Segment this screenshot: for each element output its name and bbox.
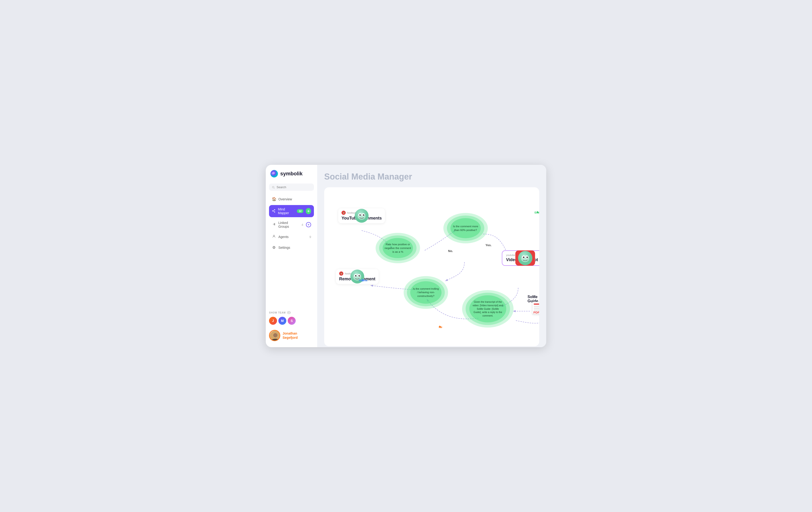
logo-icon (270, 170, 279, 178)
agents-icon (272, 234, 276, 239)
mind-mapper-label: Mind Mapper (278, 207, 294, 215)
sidebar: symbolik 🏠 Overview Mind Mapper 32 + (266, 165, 317, 347)
process2-container[interactable]: Is the comment more than 60% positive? (443, 213, 488, 244)
show-team-section: SHOW TEAM J M S Jonathan Segefjord (269, 307, 314, 342)
linked-groups-icon (272, 222, 276, 227)
add-linked-group-button[interactable] (306, 222, 311, 227)
show-team-label[interactable]: SHOW TEAM (269, 311, 314, 314)
svg-line-8 (273, 210, 274, 211)
remove-comment-title: Remove comment (339, 277, 375, 282)
svg-point-4 (274, 209, 275, 210)
hootsuite-domain: hootsuite.com (347, 211, 363, 214)
me-cursor: Me (439, 325, 442, 329)
remove-comment-node[interactable]: 🦉 hootsuite.com Remove comment (336, 269, 379, 284)
current-user-name: Jonathan Segefjord (283, 331, 298, 340)
team-avatar-1[interactable]: J (269, 317, 277, 325)
mind-mapper-badge: 32 (297, 209, 303, 213)
process3-container[interactable]: Given the transcript of the video: [Vide… (462, 290, 514, 328)
linked-groups-count: 4 (301, 223, 303, 227)
youtube-domain: youtube.com (506, 254, 521, 256)
svg-point-15 (273, 333, 278, 337)
svg-rect-36 (534, 304, 539, 305)
svg-point-6 (274, 211, 275, 212)
settings-icon: ⚙ (272, 245, 276, 250)
process1-container[interactable]: Rate how positive or negative the commen… (376, 233, 420, 263)
main-content: Social Media Manager (317, 165, 546, 347)
overview-label: Overview (279, 197, 292, 201)
app-name: symbolik (280, 171, 302, 177)
svg-line-3 (274, 188, 274, 189)
me-label: Me (439, 326, 442, 329)
emily-label: Emily (534, 211, 539, 214)
agents-label: Agents (279, 235, 289, 239)
video-transcript-card[interactable]: youtube.com Video transcript (502, 250, 539, 266)
process3-text: Given the transcript of the video: [Vide… (469, 295, 506, 322)
home-icon: 🏠 (272, 197, 276, 201)
emily-cursor: Emily (534, 211, 539, 214)
sophia-cursor: Sophia (359, 279, 368, 282)
youtube-comments-node[interactable]: 🦉 hootsuite.com YouTube Comments (338, 208, 385, 223)
youtube-comments-card[interactable]: 🦉 hootsuite.com YouTube Comments (338, 208, 385, 223)
user-photo (270, 331, 280, 341)
current-user: Jonathan Segefjord (269, 329, 314, 342)
hootsuite-icon: 🦉 (342, 211, 346, 215)
video-transcript-title: Video transcript (506, 257, 539, 262)
agents-count: 9 (310, 235, 311, 239)
no-label: No. (448, 249, 453, 253)
current-user-avatar (269, 330, 280, 341)
app-container: symbolik 🏠 Overview Mind Mapper 32 + (266, 165, 546, 347)
sidebar-item-agents[interactable]: Agents 9 (269, 232, 314, 241)
svg-point-13 (288, 312, 289, 313)
process2-text: Is the comment more than 60% positive? (451, 218, 481, 238)
svg-rect-38 (534, 308, 539, 308)
youtube-comments-title: YouTube Comments (342, 216, 382, 221)
sidebar-item-overview[interactable]: 🏠 Overview (269, 195, 314, 204)
mind-map-canvas[interactable]: 🦉 hootsuite.com YouTube Comments (324, 187, 539, 346)
process4-text: Is the comment trolling / behaving non-c… (410, 281, 441, 304)
svg-rect-39 (534, 310, 539, 311)
team-avatar-3[interactable]: S (288, 317, 296, 325)
process4-container[interactable]: Is the comment trolling / behaving non-c… (404, 276, 448, 309)
add-mind-map-button[interactable]: + (306, 208, 311, 214)
linked-groups-label: Linked Groups (279, 221, 299, 228)
svg-line-7 (273, 211, 274, 212)
sidebar-item-settings[interactable]: ⚙ Settings (269, 243, 314, 252)
search-box[interactable] (269, 183, 314, 191)
settings-label: Settings (279, 246, 290, 250)
yes-label: Yes. (486, 244, 492, 247)
share-icon (272, 209, 276, 214)
process1-text: Rate how positive or negative the commen… (383, 238, 413, 258)
svg-rect-35 (532, 302, 539, 314)
sidebar-item-linked-groups[interactable]: Linked Groups 4 (269, 219, 314, 231)
search-icon (272, 186, 274, 189)
eye-icon (287, 311, 291, 314)
svg-point-12 (273, 235, 274, 236)
video-transcript-node[interactable]: youtube.com Video transcript (502, 250, 539, 266)
hootsuite-domain-2: hootsuite.com (345, 272, 361, 275)
page-title: Social Media Manager (324, 172, 539, 182)
sophia-label: Sophia (359, 279, 368, 282)
pdf-file-icon: PDF (532, 302, 539, 314)
hootsuite-icon-2: 🦉 (339, 272, 343, 276)
svg-point-5 (272, 210, 273, 211)
pdf-icon-container[interactable]: PDF (532, 302, 539, 314)
svg-text:PDF: PDF (533, 311, 539, 314)
logo: symbolik (269, 170, 314, 178)
svg-rect-37 (534, 306, 539, 307)
team-avatars: J M S (269, 317, 314, 325)
remove-comment-card[interactable]: 🦉 hootsuite.com Remove comment (336, 269, 379, 284)
pdf-icon[interactable]: PDF (532, 302, 539, 314)
search-input[interactable] (277, 186, 311, 189)
team-avatar-2[interactable]: M (279, 317, 286, 325)
sidebar-item-mind-mapper[interactable]: Mind Mapper 32 + (269, 205, 314, 217)
